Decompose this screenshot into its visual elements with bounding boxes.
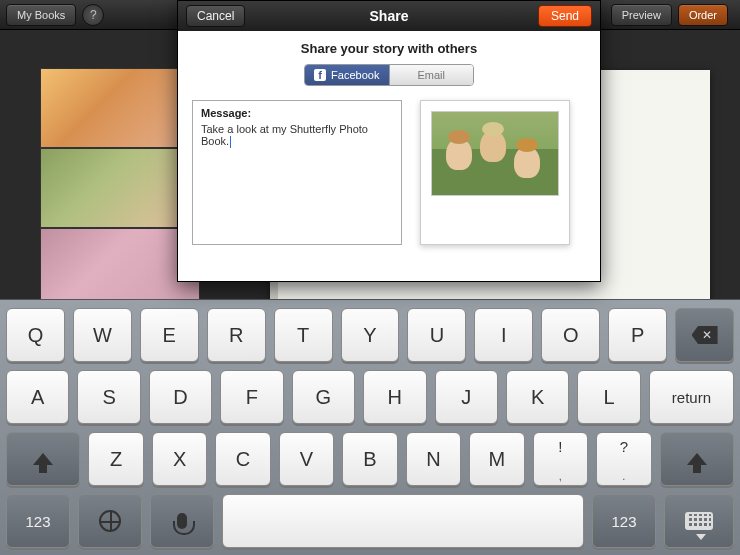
photo-strip [40, 68, 200, 308]
tab-facebook[interactable]: f Facebook [305, 65, 389, 85]
dictation-key[interactable] [150, 494, 214, 548]
send-button[interactable]: Send [538, 5, 592, 27]
backspace-icon: ✕ [692, 326, 718, 344]
key-u[interactable]: U [407, 308, 466, 362]
share-preview-photo [431, 111, 559, 196]
key-l[interactable]: L [577, 370, 640, 424]
key-f[interactable]: F [220, 370, 283, 424]
key-v[interactable]: V [279, 432, 334, 486]
key-e[interactable]: E [140, 308, 199, 362]
modal-header: Cancel Share Send [178, 1, 600, 31]
photo-thumbnail[interactable] [40, 148, 200, 228]
key-y[interactable]: Y [341, 308, 400, 362]
my-books-button[interactable]: My Books [6, 4, 76, 26]
modal-subtitle: Share your story with others [192, 41, 586, 56]
share-destination-tabs: f Facebook Email [304, 64, 474, 86]
share-preview-card [420, 100, 570, 245]
globe-key[interactable] [78, 494, 142, 548]
return-key[interactable]: return [649, 370, 734, 424]
facebook-icon: f [314, 69, 326, 81]
key-k[interactable]: K [506, 370, 569, 424]
key-comma[interactable]: !, [533, 432, 588, 486]
key-h[interactable]: H [363, 370, 426, 424]
message-text: Take a look at my Shutterfly Photo Book. [201, 123, 368, 147]
key-n[interactable]: N [406, 432, 461, 486]
message-label: Message: [201, 107, 393, 119]
key-x[interactable]: X [152, 432, 207, 486]
share-modal: Cancel Share Send Share your story with … [177, 0, 601, 282]
order-button[interactable]: Order [678, 4, 728, 26]
onscreen-keyboard: QWERTYUIOP✕ ASDFGHJKLreturn ZXCVBNM!,?. … [0, 299, 740, 555]
text-cursor [230, 136, 231, 148]
key-w[interactable]: W [73, 308, 132, 362]
globe-icon [99, 510, 121, 532]
key-q[interactable]: Q [6, 308, 65, 362]
key-z[interactable]: Z [88, 432, 143, 486]
help-button[interactable]: ? [82, 4, 104, 26]
key-s[interactable]: S [77, 370, 140, 424]
numeric-key-right[interactable]: 123 [592, 494, 656, 548]
message-textarea[interactable]: Message: Take a look at my Shutterfly Ph… [192, 100, 402, 245]
key-period[interactable]: ?. [596, 432, 651, 486]
key-i[interactable]: I [474, 308, 533, 362]
tab-email[interactable]: Email [389, 65, 474, 85]
numeric-key-left[interactable]: 123 [6, 494, 70, 548]
key-g[interactable]: G [292, 370, 355, 424]
key-j[interactable]: J [435, 370, 498, 424]
shift-icon [33, 453, 53, 465]
key-a[interactable]: A [6, 370, 69, 424]
key-c[interactable]: C [215, 432, 270, 486]
hide-keyboard-icon [685, 512, 713, 530]
key-m[interactable]: M [469, 432, 524, 486]
tab-email-label: Email [417, 69, 445, 81]
photo-thumbnail[interactable] [40, 228, 200, 308]
spacebar-key[interactable] [222, 494, 584, 548]
shift-icon [687, 453, 707, 465]
shift-key-left[interactable] [6, 432, 80, 486]
key-d[interactable]: D [149, 370, 212, 424]
key-b[interactable]: B [342, 432, 397, 486]
preview-button[interactable]: Preview [611, 4, 672, 26]
backspace-key[interactable]: ✕ [675, 308, 734, 362]
shift-key-right[interactable] [660, 432, 734, 486]
key-o[interactable]: O [541, 308, 600, 362]
hide-keyboard-key[interactable] [664, 494, 734, 548]
key-t[interactable]: T [274, 308, 333, 362]
photo-thumbnail[interactable] [40, 68, 200, 148]
microphone-icon [177, 513, 187, 529]
key-p[interactable]: P [608, 308, 667, 362]
key-r[interactable]: R [207, 308, 266, 362]
cancel-button[interactable]: Cancel [186, 5, 245, 27]
tab-facebook-label: Facebook [331, 69, 379, 81]
